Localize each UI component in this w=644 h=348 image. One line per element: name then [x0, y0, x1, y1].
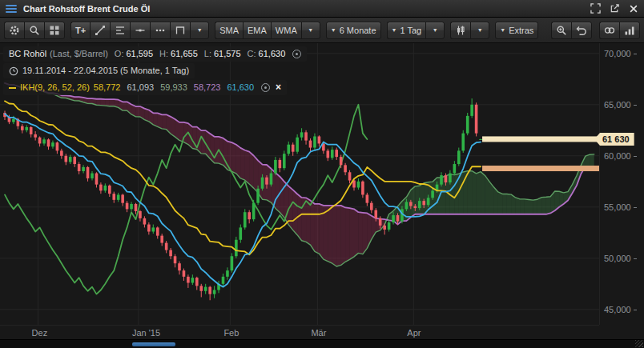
- indicator-color-swatch: [9, 87, 16, 89]
- instrument-name: BC Rohöl: [9, 49, 46, 59]
- remove-indicator-icon[interactable]: ×: [276, 82, 281, 93]
- high-value: 61,655: [171, 49, 198, 59]
- maximize-icon[interactable]: [590, 3, 601, 14]
- scrollbar-thumb[interactable]: [132, 342, 175, 346]
- chart-area: BC Rohöl (Last, $/Barrel) O: 61,595 H: 6…: [0, 43, 644, 348]
- time-axis-label: Feb: [223, 328, 239, 338]
- chart-window: Chart Rohstoff Brent Crude Öl: [0, 0, 644, 348]
- open-label: O:: [115, 49, 124, 59]
- time-axis-label: Apr: [407, 328, 421, 338]
- price-axis-label: 45,000: [604, 305, 637, 314]
- time-axis-label: Mär: [311, 328, 326, 338]
- period-text: 19.11.2014 - 22.04.2015 (5 Monate, 1 Tag…: [22, 66, 189, 76]
- magnifier-icon: [29, 25, 40, 36]
- chevron-down-icon: ▼: [477, 27, 483, 33]
- grid-icon: [49, 25, 60, 36]
- settings-button[interactable]: [4, 22, 24, 39]
- price-axis-label: 60,000: [604, 151, 637, 161]
- chart-scrollbar[interactable]: [0, 339, 644, 348]
- trendline-icon: [95, 25, 106, 36]
- chevron-down-icon: ▼: [331, 27, 336, 33]
- indicator-value: 59,933: [160, 82, 187, 92]
- compare-icon: [604, 25, 615, 36]
- close-icon[interactable]: [629, 4, 638, 14]
- range-dropdown[interactable]: ▼ 6 Monate: [326, 22, 381, 39]
- low-label: L:: [204, 49, 211, 59]
- magnifier-button[interactable]: [24, 22, 44, 39]
- menu-button[interactable]: [6, 5, 17, 13]
- channel-tool-button[interactable]: [170, 22, 190, 39]
- indicator-value: 61,630: [227, 82, 254, 92]
- open-value: 61,595: [126, 49, 153, 59]
- chevron-down-icon: ▼: [197, 27, 203, 33]
- interval-dropdown[interactable]: ▼ 1 Tag: [387, 22, 426, 39]
- indicator-value: 61,093: [127, 82, 154, 92]
- interval-list-dropdown[interactable]: ▼: [425, 22, 445, 39]
- layout-grid-button[interactable]: [44, 22, 65, 39]
- indicators-dropdown[interactable]: ▼: [301, 22, 320, 39]
- zoom-in-button[interactable]: [551, 22, 571, 39]
- indicator-value: 58,723: [194, 82, 221, 92]
- fibonacci-tool-button[interactable]: [110, 22, 130, 39]
- chart-type-dropdown[interactable]: ▼: [470, 22, 489, 39]
- chevron-down-icon: ▼: [392, 27, 397, 33]
- undo-icon: [576, 25, 587, 36]
- sma-button[interactable]: SMA: [215, 22, 243, 39]
- chart-legend: BC Rohöl (Last, $/Barrel) O: 61,595 H: 6…: [3, 46, 307, 95]
- time-axis[interactable]: DezJan '15FebMärApr: [0, 325, 599, 339]
- close-value: 61,630: [259, 49, 286, 59]
- price-axis-label: 50,000: [604, 254, 637, 263]
- chart-toolbar: T+: [0, 18, 644, 43]
- instrument-legend-row: BC Rohöl (Last, $/Barrel) O: 61,595 H: 6…: [3, 46, 307, 62]
- indicator-main-value: 58,772: [94, 82, 121, 93]
- indicator-legend-row: IKH(9, 26, 52, 26) 58,772 61,09359,93358…: [3, 80, 287, 95]
- resize-grip[interactable]: [635, 340, 643, 347]
- clock-icon: [9, 66, 18, 76]
- price-axis-label: 70,000: [604, 49, 637, 58]
- indicator-values: 61,09359,93358,72361,630: [120, 82, 254, 93]
- ema-button[interactable]: EMA: [243, 22, 271, 39]
- trendline-tool-button[interactable]: [90, 22, 110, 39]
- gear-icon: [9, 25, 20, 36]
- period-legend-row: 19.11.2014 - 22.04.2015 (5 Monate, 1 Tag…: [3, 63, 195, 78]
- indicator-name: IKH(9, 26, 52, 26): [20, 82, 90, 93]
- price-axis-label: 65,000: [604, 100, 637, 110]
- current-price-tag: 61 630: [594, 133, 634, 146]
- dots-icon: [155, 25, 166, 36]
- instrument-suffix: (Last, $/Barrel): [50, 49, 108, 59]
- close-label: C:: [248, 49, 256, 59]
- drawing-tools-dropdown[interactable]: ▼: [190, 22, 209, 39]
- titlebar: Chart Rohstoff Brent Crude Öl: [0, 0, 644, 18]
- low-value: 61,575: [214, 49, 241, 59]
- price-axis-label: 55,000: [604, 202, 637, 212]
- bar-chart-icon: [624, 25, 635, 36]
- indicator-window-button[interactable]: [619, 22, 640, 39]
- text-tool-button[interactable]: T+: [70, 22, 90, 39]
- window-title: Chart Rohstoff Brent Crude Öl: [23, 4, 150, 14]
- popout-icon[interactable]: [610, 3, 620, 14]
- fibonacci-icon: [115, 25, 126, 36]
- visibility-toggle-icon[interactable]: [292, 50, 301, 58]
- time-axis-label: Jan '15: [132, 328, 160, 338]
- chevron-down-icon: ▼: [500, 27, 505, 33]
- zoom-in-icon: [556, 25, 567, 36]
- chevron-down-icon: ▼: [308, 27, 313, 33]
- dots-tool-button[interactable]: [150, 22, 170, 39]
- compare-button[interactable]: [599, 22, 619, 39]
- time-axis-label: Dez: [32, 328, 48, 338]
- undo-button[interactable]: [571, 22, 592, 39]
- horizontal-line-icon: [135, 25, 146, 36]
- chevron-down-icon: ▼: [433, 27, 438, 33]
- chart-type-button[interactable]: [450, 22, 470, 39]
- price-axis[interactable]: 61 630 70,00065,00060,00055,00050,00045,…: [599, 43, 644, 325]
- extras-dropdown[interactable]: ▼ Extras: [495, 22, 538, 39]
- high-label: H:: [159, 49, 168, 59]
- horizontal-line-tool-button[interactable]: [130, 22, 150, 39]
- wma-button[interactable]: WMA: [271, 22, 301, 39]
- channel-icon: [175, 25, 186, 36]
- candlestick-icon: [455, 25, 466, 36]
- visibility-toggle-icon[interactable]: [261, 83, 270, 92]
